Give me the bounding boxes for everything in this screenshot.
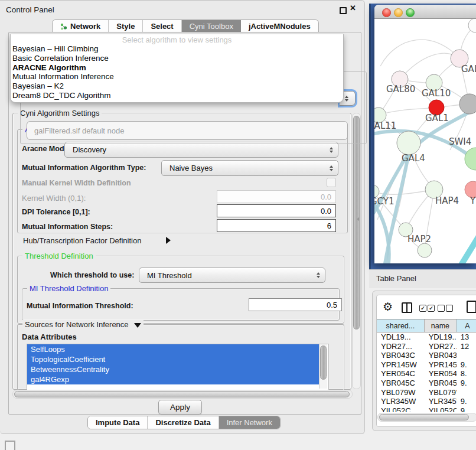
table-hscrollbar[interactable] (377, 413, 476, 422)
node-label-hap2: HAP2 (407, 234, 431, 244)
manual-kernel-width-label: Manual Kernel Width Definition (22, 179, 131, 187)
mi-steps-field[interactable]: 6 (217, 219, 336, 232)
data-attributes-list[interactable]: SelfLoopsTopologicalCoefficientBetweenne… (27, 344, 329, 390)
table-source-combobox[interactable]: galFiltered.sif default node (27, 121, 348, 140)
dropdown-item-mutual-information-inference[interactable]: Mutual Information Inference (11, 72, 343, 81)
attribute-item-gal4rgexp[interactable]: gal4RGexp (27, 374, 319, 384)
node-table: ⚙ ✓✓ shared...nameA YDL19...YDL19...13YD… (376, 295, 476, 427)
network-node[interactable] (459, 94, 476, 114)
table-row[interactable]: YBR043CYBR043C (377, 351, 476, 360)
tab-infer-network[interactable]: Infer Network (219, 416, 280, 429)
mi-algorithm-type-combobox[interactable]: Naive Bayes (161, 160, 338, 176)
aracne-mode-value: Discovery (65, 145, 327, 154)
dropdown-item-bayesian-hill-climbing[interactable]: Bayesian – Hill Climbing (11, 44, 343, 54)
network-node-gal4[interactable] (397, 131, 420, 155)
combo-arrows-icon (327, 165, 336, 171)
node-label-gcy1: GCY1 (374, 196, 395, 207)
attribute-item-betweennesscentrality[interactable]: BetweennessCentrality (27, 364, 319, 374)
new-document-icon[interactable] (467, 301, 476, 313)
tab-impute-data[interactable]: Impute Data (88, 416, 148, 429)
aracne-mode-combobox[interactable]: Discovery (64, 142, 338, 158)
table-cell: YBR043C (425, 351, 457, 360)
network-node[interactable] (418, 243, 432, 257)
tab-network[interactable]: Network (53, 20, 109, 32)
select-all-icon[interactable]: ✓✓ (419, 305, 435, 312)
dropdown-item-aracne-algorithm[interactable]: ARACNE Algorithm (11, 63, 343, 73)
network-canvas[interactable]: GALGAL80GAL10GAL1GAL11GAL4SWI4YGCY1HAP4H… (374, 19, 476, 263)
settings-hscrollbar[interactable] (12, 390, 353, 399)
network-window[interactable]: GALGAL80GAL10GAL1GAL11GAL4SWI4YGCY1HAP4H… (374, 5, 476, 263)
attribute-item-selfloops[interactable]: SelfLoops (27, 344, 319, 354)
tab-cyni-toolbox[interactable]: Cyni Toolbox (182, 20, 241, 32)
dropdown-item-list: Bayesian – Hill ClimbingBasic Correlatio… (11, 44, 343, 100)
table-row[interactable]: YBL079WYBL079W (377, 388, 476, 397)
column-header-shared[interactable]: shared... (377, 319, 425, 332)
attribute-item-topologicalcoefficient[interactable]: TopologicalCoefficient (27, 354, 319, 364)
node-label-gal4: GAL4 (402, 153, 425, 164)
collapse-down-icon[interactable] (134, 323, 141, 328)
deselect-all-icon[interactable] (438, 305, 453, 312)
attributes-scrollbar-thumb[interactable] (320, 345, 327, 380)
table: shared...nameA YDL19...YDL19...13YDR27..… (377, 319, 476, 412)
network-node[interactable] (468, 19, 476, 32)
close-panel-icon[interactable]: ✕ (350, 4, 356, 12)
attributes-scrollbar[interactable] (319, 344, 327, 389)
tab-style[interactable]: Style (109, 20, 143, 32)
bottom-tabs: Impute DataDiscretize DataInfer Network (87, 416, 281, 429)
which-threshold-combobox[interactable]: MI Threshold (139, 268, 325, 283)
column-header-name[interactable]: name (425, 319, 457, 332)
mac-minimize-button[interactable] (394, 8, 403, 17)
dropdown-item-dream8-dc-tdc-algorithm[interactable]: Dream8 DC_TDC Algorithm (11, 91, 343, 100)
table-body: YDL19...YDL19...13YDR27...YDR27...12YBR0… (377, 332, 476, 412)
table-cell: YLR345W (377, 397, 425, 406)
application-window: Control Panel ✕ NetworkStyleSelectCyni T… (0, 0, 476, 450)
table-row[interactable]: YER054CYER054C8. (377, 369, 476, 379)
table-row[interactable]: YDR27...YDR27...12 (377, 342, 476, 351)
table-row[interactable]: YDL19...YDL19...13 (377, 332, 476, 342)
minimized-panel-icon[interactable] (5, 441, 15, 450)
table-row[interactable]: YLR345WYLR345W9. (377, 397, 476, 406)
splitpane-collapse-icon[interactable] (357, 217, 360, 221)
mac-close-button[interactable] (382, 8, 391, 17)
combo-arrows-icon (327, 147, 336, 153)
columns-icon[interactable] (402, 302, 412, 313)
table-cell (457, 351, 476, 360)
gear-icon[interactable]: ⚙ (383, 300, 393, 313)
dropdown-item-bayesian-k2[interactable]: Bayesian – K2 (11, 81, 343, 91)
table-hscrollbar-thumb[interactable] (379, 414, 469, 420)
node-label-swi4: SWI4 (449, 136, 471, 147)
settings-scrollbar-thumb[interactable] (353, 116, 360, 330)
column-header-a[interactable]: A (457, 319, 476, 332)
table-source-value: galFiltered.sif default node (34, 126, 124, 135)
settings-hscrollbar-thumb[interactable] (14, 391, 350, 397)
node-label-gal1: GAL1 (425, 113, 449, 123)
tab-jactivemnodules[interactable]: jActiveMNodules (241, 20, 318, 32)
network-desktop-edge (369, 0, 371, 269)
network-node-swi4[interactable] (465, 148, 476, 170)
mi-algorithm-type-label: Mutual Information Algorithm Type: (22, 164, 146, 172)
node-label-gal10: GAL10 (422, 88, 451, 99)
mi-threshold-group-title: MI Threshold Definition (27, 284, 110, 293)
float-panel-icon[interactable] (340, 7, 347, 14)
manual-kernel-width-checkbox[interactable] (327, 178, 336, 187)
table-row[interactable]: YPR145WYPR145W9. (377, 360, 476, 370)
tab-select[interactable]: Select (143, 20, 181, 32)
mi-threshold-label: Mutual Information Threshold: (27, 302, 133, 310)
apply-button[interactable]: Apply (158, 400, 202, 415)
mac-zoom-button[interactable] (406, 8, 415, 17)
table-cell: YDL19... (425, 332, 457, 342)
hub-definition-toggle[interactable]: Hub/Transcription Factor Definition (23, 236, 141, 245)
expand-right-icon[interactable] (166, 237, 171, 244)
dpi-tolerance-field[interactable]: 0.0 (217, 204, 336, 217)
tab-discretize-data[interactable]: Discretize Data (148, 416, 219, 429)
node-label-y: Y (470, 195, 476, 206)
kernel-width-field[interactable]: 0.0 (217, 190, 336, 203)
mi-threshold-field[interactable]: 0.5 (249, 298, 342, 311)
table-row[interactable]: YBR045CYBR045C9. (377, 379, 476, 388)
network-window-titlebar[interactable] (374, 5, 476, 19)
tab-label: Style (116, 22, 135, 31)
node-label-gal: GAL (461, 64, 476, 74)
dropdown-item-basic-correlation-inference[interactable]: Basic Correlation Inference (11, 54, 343, 63)
table-row[interactable]: YIL052CYIL052C9 (377, 406, 476, 412)
settings-scrollbar[interactable] (352, 113, 361, 389)
